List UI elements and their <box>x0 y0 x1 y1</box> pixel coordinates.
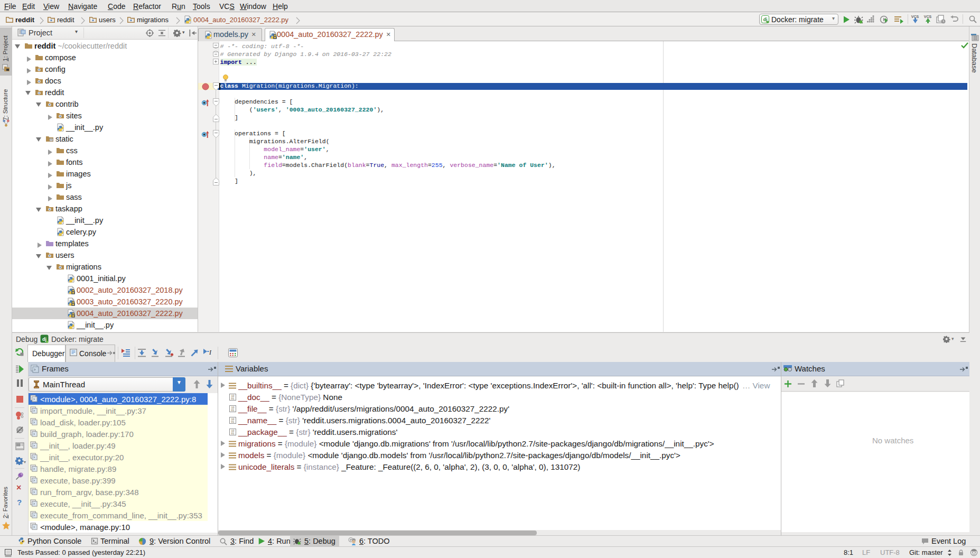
svg-text:I: I <box>209 349 212 356</box>
svg-text:VCS: VCS <box>911 15 919 18</box>
svg-text:01: 01 <box>231 397 234 401</box>
svg-text:dj: dj <box>42 337 46 342</box>
svg-text:01: 01 <box>231 432 234 435</box>
svg-text:01: 01 <box>231 421 234 424</box>
svg-text:01: 01 <box>231 409 234 412</box>
svg-text:VCS: VCS <box>924 15 932 18</box>
svg-text:dj: dj <box>763 17 767 22</box>
